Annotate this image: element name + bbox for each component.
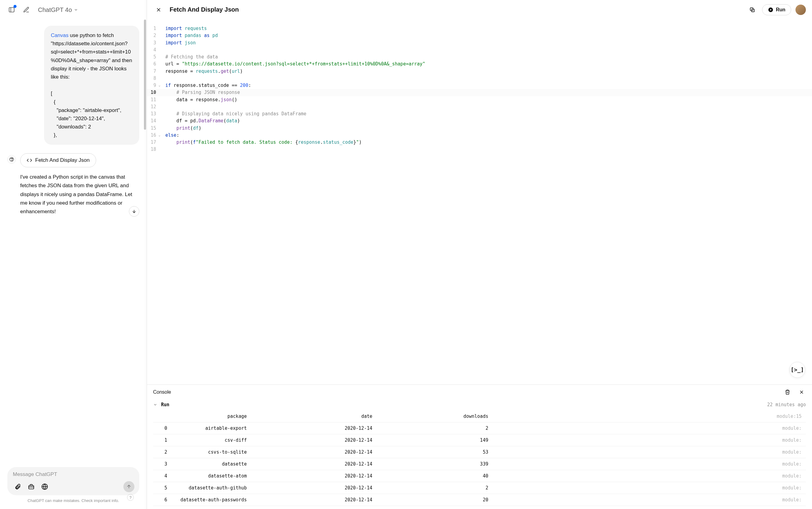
code-content: url = "https://datasette.io/content.json… (160, 61, 425, 68)
table-row: 6datasette-auth-passwords2020-12-1420mod… (153, 494, 806, 506)
send-button[interactable] (123, 481, 134, 492)
copy-icon (749, 7, 755, 13)
terminal-fab[interactable]: [>_] (789, 362, 805, 378)
model-name: ChatGPT 4o (38, 6, 72, 13)
code-line[interactable]: 15 print(df) (147, 125, 812, 132)
code-content: else: (160, 132, 179, 139)
code-line[interactable]: 12 (147, 103, 812, 110)
table-cell: 149 (377, 434, 493, 446)
code-line[interactable]: 18 (147, 146, 812, 153)
message-input[interactable] (13, 471, 134, 477)
close-icon (156, 7, 162, 13)
notification-dot-icon (13, 5, 17, 8)
line-number: 9⌄ (147, 82, 160, 89)
code-content: response = requests.get(url) (160, 68, 243, 75)
console-run-row[interactable]: Run 22 minutes ago (147, 400, 812, 410)
code-line[interactable]: 2import pandas as pd (147, 32, 812, 39)
canvas-artifact-pill[interactable]: Fetch And Display Json (20, 153, 96, 167)
table-row: 5datasette-auth-github2020-12-142module: (153, 482, 806, 494)
table-cell: 2020-12-14 (251, 458, 377, 470)
code-editor[interactable]: 1import requests2import pandas as pd3imp… (147, 20, 812, 384)
code-content: # Displaying data nicely using pandas Da… (160, 110, 307, 117)
code-line[interactable]: 3import json (147, 39, 812, 46)
table-cell: 2020-12-14 (251, 470, 377, 482)
arrow-up-icon (126, 484, 132, 489)
code-line[interactable]: 1import requests (147, 25, 812, 32)
table-cell: datasette-auth-github (171, 482, 251, 494)
new-chat-button[interactable] (21, 4, 32, 15)
table-cell: module: (493, 458, 806, 470)
run-button[interactable]: Run (762, 4, 791, 15)
table-cell: 339 (377, 458, 493, 470)
table-cell: csv-diff (171, 434, 251, 446)
assistant-avatar-icon (7, 155, 16, 164)
line-number: 14 (147, 117, 160, 125)
code-line[interactable]: 11 data = response.json() (147, 96, 812, 103)
fold-chevron-icon[interactable]: ⌄ (158, 132, 160, 138)
code-line[interactable]: 9⌄if response.status_code == 200: (147, 82, 812, 89)
code-line[interactable]: 13 # Displaying data nicely using pandas… (147, 110, 812, 117)
fold-chevron-icon[interactable]: ⌄ (158, 82, 160, 88)
table-cell: datasette (171, 458, 251, 470)
toggle-sidebar-button[interactable] (6, 4, 17, 15)
code-line[interactable]: 5# Fetching the data (147, 54, 812, 61)
user-message-text: use python to fetch "https://datasette.i… (51, 32, 133, 138)
copy-button[interactable] (747, 4, 758, 15)
model-selector[interactable]: ChatGPT 4o (35, 5, 81, 15)
table-cell: datasette-atom (171, 470, 251, 482)
close-console-button[interactable] (797, 388, 806, 397)
line-number: 13 (147, 110, 160, 117)
table-cell: 1 (153, 434, 171, 446)
help-button[interactable]: ? (127, 494, 134, 501)
user-avatar[interactable] (795, 5, 806, 15)
table-cell: 2020-12-14 (251, 482, 377, 494)
footer-text: ChatGPT can make mistakes. Check importa… (28, 498, 119, 503)
web-button[interactable] (40, 482, 50, 491)
code-line[interactable]: 4 (147, 46, 812, 54)
code-content (160, 146, 168, 153)
code-content (160, 46, 168, 54)
code-content (160, 75, 168, 82)
code-line[interactable]: 17 print(f"Failed to fetch data. Status … (147, 139, 812, 146)
line-number: 4 (147, 46, 160, 54)
code-line[interactable]: 16⌄else: (147, 132, 812, 139)
code-content: if response.status_code == 200: (160, 82, 251, 89)
tools-button[interactable] (26, 482, 36, 491)
scroll-down-button[interactable] (129, 206, 139, 216)
assistant-message: I've created a Python script in the canv… (20, 173, 139, 216)
line-number: 10 (147, 89, 160, 96)
chat-scroll-area[interactable]: Canvas use python to fetch "https://data… (0, 20, 147, 462)
scrollbar-thumb[interactable] (144, 20, 146, 130)
code-line[interactable]: 14 df = pd.DataFrame(data) (147, 117, 812, 125)
code-line[interactable]: 8 (147, 75, 812, 82)
code-content: import json (160, 39, 196, 46)
close-canvas-button[interactable] (153, 4, 164, 15)
table-cell: 53 (377, 446, 493, 458)
code-content: import requests (160, 25, 207, 32)
table-cell: module: (493, 482, 806, 494)
canvas-panel: Fetch And Display Json Run 1import reque… (147, 0, 812, 509)
table-cell: module: (493, 446, 806, 458)
console-actions (783, 388, 806, 397)
assistant-text: I've created a Python script in the canv… (20, 174, 132, 214)
code-line[interactable]: 6url = "https://datasette.io/content.jso… (147, 61, 812, 68)
composer-area: ChatGPT can make mistakes. Check importa… (0, 462, 147, 509)
table-row: 1csv-diff2020-12-14149module: (153, 434, 806, 446)
console-output[interactable]: packagedatedownloadsmodule:150airtable-e… (147, 410, 812, 509)
table-cell: 2020-12-14 (251, 494, 377, 506)
table-row: 3datasette2020-12-14339module: (153, 458, 806, 470)
table-row: 2csvs-to-sqlite2020-12-1453module: (153, 446, 806, 458)
console-run-time: 22 minutes ago (767, 402, 806, 407)
code-content: df = pd.DataFrame(data) (160, 117, 240, 125)
svg-rect-4 (29, 485, 34, 489)
column-header: date (251, 410, 377, 422)
line-number: 2 (147, 32, 160, 39)
user-message: Canvas use python to fetch "https://data… (44, 26, 139, 145)
code-content (160, 103, 168, 110)
code-line[interactable]: 10 # Parsing JSON response (147, 89, 812, 96)
console-title: Console (153, 389, 171, 395)
code-line[interactable]: 7response = requests.get(url) (147, 68, 812, 75)
attach-button[interactable] (13, 482, 23, 491)
line-number: 11 (147, 96, 160, 103)
clear-console-button[interactable] (783, 388, 792, 397)
